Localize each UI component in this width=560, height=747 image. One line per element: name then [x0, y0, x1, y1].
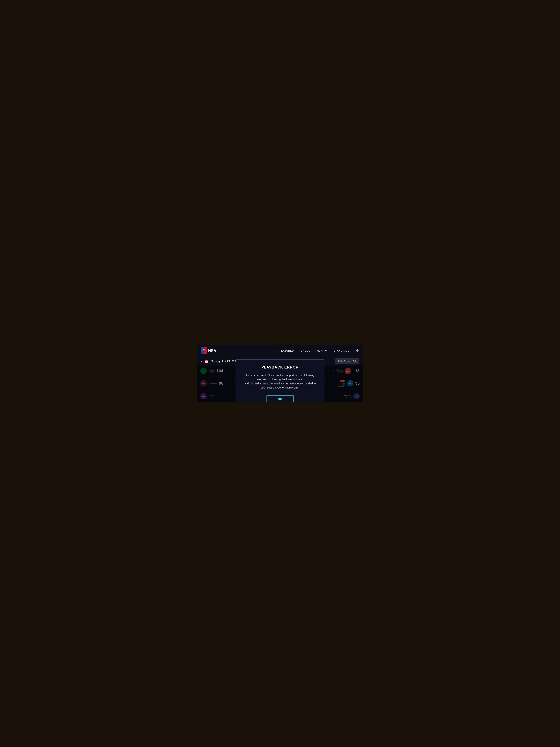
- screen-content: NBA FEATURED GAMES NBA TV STANDINGS ⚙ ‹ …: [197, 344, 363, 403]
- nba-logo-icon: [201, 347, 207, 354]
- nav-links: FEATURED GAMES NBA TV STANDINGS ⚙: [279, 349, 359, 353]
- date-nav: ‹ 📅 Sunday, Apr 25, 2021 ›: [201, 359, 241, 363]
- current-date: Sunday, Apr 25, 2021: [211, 360, 238, 363]
- nav-nba-tv[interactable]: NBA TV: [317, 350, 327, 352]
- nav-games[interactable]: GAMES: [300, 350, 310, 352]
- error-title: PLAYBACK ERROR: [243, 365, 317, 369]
- error-modal: PLAYBACK ERROR An error occurred. Please…: [236, 359, 324, 403]
- modal-overlay: PLAYBACK ERROR An error occurred. Please…: [197, 365, 363, 403]
- games-section: C Celtics 32-29 104 FINAL 113: [197, 365, 363, 403]
- nav-standings[interactable]: STANDINGS: [334, 350, 349, 352]
- nav-featured[interactable]: FEATURED: [279, 350, 294, 352]
- prev-date-arrow[interactable]: ‹: [201, 359, 202, 363]
- ok-button[interactable]: OK: [266, 395, 294, 403]
- calendar-icon: 📅: [205, 359, 209, 363]
- hide-scores-button[interactable]: Hide Scores: Off: [336, 358, 359, 364]
- error-message: An error occurred. Please contact suppor…: [243, 373, 317, 390]
- tv-screen: NBA FEATURED GAMES NBA TV STANDINGS ⚙ ‹ …: [197, 344, 363, 403]
- nba-text: NBA: [208, 349, 216, 353]
- nba-logo: NBA: [201, 347, 216, 354]
- settings-icon[interactable]: ⚙: [356, 349, 359, 353]
- nav-bar: NBA FEATURED GAMES NBA TV STANDINGS ⚙: [197, 344, 363, 357]
